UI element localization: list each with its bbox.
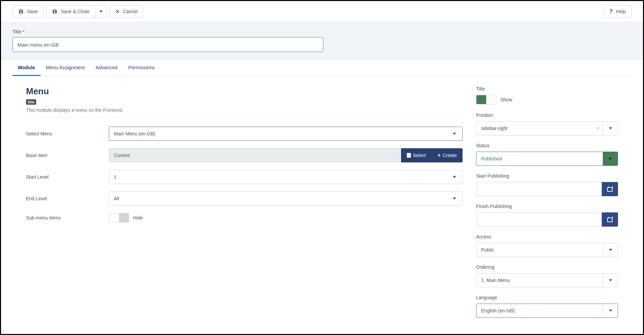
chevron-down-icon [609, 310, 612, 312]
content-area: Module Menu Assignment Advanced Permissi… [13, 60, 631, 335]
cancel-button[interactable]: ✕ Cancel [110, 5, 144, 18]
position-dropdown-toggle[interactable] [603, 122, 618, 135]
chevron-down-icon [99, 10, 103, 12]
submenu-toggle[interactable] [109, 213, 129, 223]
side-label-position: Position [476, 112, 618, 118]
label-base-item: Base Item [26, 153, 109, 158]
save-close-button[interactable]: Save & Close [46, 5, 95, 18]
save-icon [18, 9, 24, 14]
sidebar-column: Title Show Position sidebar-right ✕ [476, 86, 618, 325]
access-select[interactable]: Public [476, 243, 618, 257]
side-label-status: Status [476, 143, 618, 148]
save-button[interactable]: Save [13, 5, 44, 18]
title-input[interactable] [13, 37, 323, 52]
title-toggle[interactable] [476, 95, 496, 104]
chevron-down-icon [453, 176, 456, 178]
site-badge: Site [26, 99, 36, 105]
save-close-label: Save & Close [61, 9, 90, 14]
chevron-down-icon [609, 158, 612, 160]
status-dropdown-toggle[interactable] [603, 152, 618, 165]
help-button[interactable]: ? Help [603, 5, 631, 18]
end-level-dropdown[interactable]: All [109, 191, 463, 206]
base-item-create-button[interactable]: + Create [432, 148, 463, 162]
start-publishing-calendar-button[interactable] [602, 182, 618, 196]
side-access: Access Public [476, 234, 618, 257]
status-select[interactable]: Published [476, 152, 618, 166]
side-status: Status Published [476, 143, 618, 166]
title-label: Title * [13, 29, 631, 34]
start-level-value: 1 [114, 174, 117, 180]
module-heading: Menu [26, 86, 463, 97]
side-finish-publishing: Finish Publishing [476, 204, 618, 227]
position-select[interactable]: sidebar-right ✕ [476, 121, 618, 135]
finish-publishing-calendar-button[interactable] [602, 212, 618, 227]
file-icon [407, 153, 411, 158]
end-level-value: All [114, 196, 119, 201]
tab-module[interactable]: Module [13, 60, 41, 76]
row-end-level: End Level All [26, 191, 463, 206]
separator [26, 118, 463, 118]
tabs: Module Menu Assignment Advanced Permissi… [13, 60, 631, 76]
save-label: Save [27, 9, 38, 14]
start-publishing-input[interactable] [476, 182, 602, 196]
status-value: Published [476, 156, 603, 161]
module-description: This module displays a menu on the Front… [26, 107, 463, 113]
submenu-switch-label: Hide [133, 215, 143, 221]
header-section: Title * [1, 22, 643, 60]
position-value: sidebar-right [476, 126, 593, 131]
help-label: Help [616, 9, 626, 14]
tab-body: Menu Site This module displays a menu on… [13, 76, 631, 335]
chevron-down-icon [609, 279, 612, 281]
label-start-level: Start Level [26, 174, 109, 180]
main-column: Menu Site This module displays a menu on… [26, 86, 463, 325]
ordering-select[interactable]: 1. Main Menu [476, 273, 618, 287]
side-language: Language English (en-GB) [476, 295, 618, 318]
side-label-language: Language [476, 295, 618, 300]
start-level-dropdown[interactable]: 1 [109, 170, 463, 184]
side-label-finish-pub: Finish Publishing [476, 204, 618, 209]
tab-advanced[interactable]: Advanced [90, 60, 123, 76]
side-label-access: Access [476, 234, 618, 239]
create-btn-label: Create [443, 153, 457, 158]
save-dropdown-button[interactable] [95, 5, 107, 18]
side-label-start-pub: Start Publishing [476, 173, 618, 179]
access-value: Public [476, 247, 603, 253]
chevron-down-icon [453, 133, 456, 135]
language-select[interactable]: English (en-GB) [476, 304, 618, 318]
side-title: Title Show [476, 86, 618, 105]
cancel-label: Cancel [123, 9, 138, 14]
toolbar: Save Save & Close ✕ Cancel ? Help [1, 1, 643, 22]
clear-icon[interactable]: ✕ [593, 126, 603, 131]
save-icon [52, 9, 57, 14]
base-item-value: Current [109, 148, 401, 162]
side-position: Position sidebar-right ✕ [476, 112, 618, 135]
tab-menu-assignment[interactable]: Menu Assignment [41, 60, 90, 76]
chevron-down-icon [609, 249, 612, 251]
label-select-menu: Select Menu [26, 131, 109, 136]
side-label-ordering: Ordering [476, 264, 618, 270]
title-switch-label: Show [500, 97, 512, 102]
plus-icon: + [438, 152, 441, 158]
help-icon: ? [609, 8, 613, 15]
calendar-icon [607, 186, 613, 192]
side-ordering: Ordering 1. Main Menu [476, 264, 618, 287]
calendar-icon [607, 217, 613, 222]
tab-permissions[interactable]: Permissions [123, 60, 160, 76]
select-menu-value: Main Menu (en-GB) [114, 131, 155, 136]
select-menu-dropdown[interactable]: Main Menu (en-GB) [109, 127, 463, 141]
finish-publishing-input[interactable] [476, 212, 602, 227]
label-submenu: Sub-menu Items [26, 215, 109, 221]
side-label-title: Title [476, 86, 618, 92]
ordering-value: 1. Main Menu [476, 278, 603, 283]
language-value: English (en-GB) [476, 308, 603, 313]
row-select-menu: Select Menu Main Menu (en-GB) [26, 127, 463, 141]
row-submenu: Sub-menu Items Hide [26, 213, 463, 223]
row-base-item: Base Item Current Select + Create [26, 148, 463, 162]
side-start-publishing: Start Publishing [476, 173, 618, 196]
select-btn-label: Select [413, 153, 426, 158]
close-icon: ✕ [116, 9, 120, 14]
label-end-level: End Level [26, 196, 109, 201]
base-item-select-button[interactable]: Select [401, 148, 432, 162]
chevron-down-icon [453, 198, 456, 200]
row-start-level: Start Level 1 [26, 170, 463, 184]
